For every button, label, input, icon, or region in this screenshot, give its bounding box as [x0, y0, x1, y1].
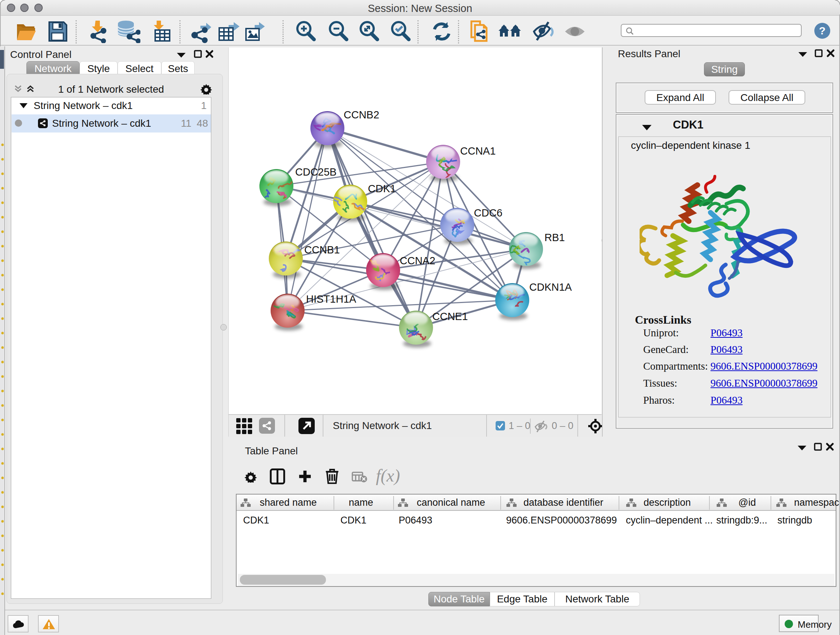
svg-text:CCNA1: CCNA1 — [460, 145, 496, 157]
svg-text:CDC25B: CDC25B — [295, 166, 336, 178]
svg-text:CDC6: CDC6 — [474, 207, 502, 219]
svg-text:RB1: RB1 — [545, 232, 565, 243]
svg-text:CCNA2: CCNA2 — [400, 255, 435, 266]
svg-text:CCNB2: CCNB2 — [344, 109, 379, 120]
svg-text:CCNE1: CCNE1 — [432, 310, 468, 322]
svg-text:CDK1: CDK1 — [368, 183, 396, 195]
svg-text:CDKN1A: CDKN1A — [529, 281, 572, 293]
svg-text:CCNB1: CCNB1 — [304, 244, 340, 256]
svg-text:HIST1H1A: HIST1H1A — [306, 293, 356, 305]
